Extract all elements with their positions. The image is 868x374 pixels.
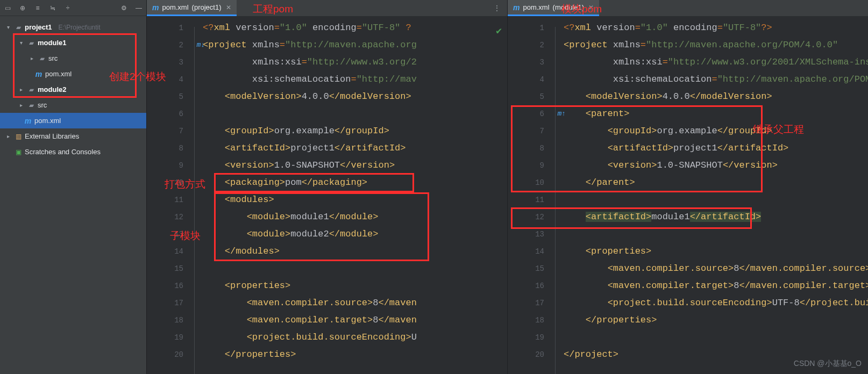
gutter: 123456m↑7891011121314151617181920 [508,16,551,374]
project-path: E:\Project\untit [54,24,101,31]
tab-file: pom.xml [162,3,188,11]
chevron-right-icon[interactable]: ▸ [17,87,25,92]
divider-icon[interactable]: ÷ [63,4,72,12]
chevron-right-icon[interactable]: ▸ [4,133,12,139]
module-icon: ▰ [27,86,35,94]
chevron-right-icon[interactable]: ▸ [28,55,35,61]
tab-pom-module1[interactable]: m pom.xml (module1) ✕ [508,0,599,16]
tree-row-pom-project[interactable]: m pom.xml [0,113,146,128]
maven-icon: m [513,3,520,12]
project-icon: ▰ [14,24,23,31]
gear-icon[interactable]: ⚙ [119,4,128,12]
watermark: CSDN @小基基o_O [794,359,862,369]
chevron-down-icon[interactable]: ▾ [17,40,25,46]
maven-icon: m [152,3,159,12]
tab-pom-project1[interactable]: m pom.xml (project1) ✕ [147,0,237,16]
select-icon[interactable]: ⊕ [18,4,27,12]
tab-context: (module1) [553,3,585,11]
tree-row-ext-libs[interactable]: ▸ ▥ External Libraries [0,128,146,144]
editor-left: m pom.xml (project1) ✕ ⋮ ✔ 12m↓345678910… [147,0,508,374]
tabbar-left: m pom.xml (project1) ✕ ⋮ [147,0,507,16]
folder-name: src [38,101,47,109]
inspection-ok-icon: ✔ [496,25,502,37]
fold-rail[interactable] [190,16,203,374]
tree-row-src1[interactable]: ▸ ▰ src [0,51,146,66]
tree-row-module2[interactable]: ▸ ▰ module2 [0,82,146,97]
tree-row-src-project[interactable]: ▸ ▰ src [0,97,146,113]
project-name: project1 [25,23,52,31]
project-tree-pane: ▭ ⊕ ≡ ≒ ÷ ⚙ — ▾ ▰ project1 E:\Project\un… [0,0,147,374]
label: Scratches and Consoles [25,148,101,156]
chevron-down-icon[interactable]: ▾ [4,24,12,30]
maven-icon: m [24,117,32,125]
code-area-left[interactable]: ✔ 12m↓34567891011121314151617181920 <?xm… [147,16,507,374]
folder-icon: ▰ [27,102,35,109]
gutter: 12m↓34567891011121314151617181920 [147,16,190,374]
module-name: module2 [38,85,66,94]
code-body[interactable]: <?xml version="1.0" encoding="UTF-8" ?<p… [203,16,507,374]
collapse-icon[interactable]: ≒ [48,4,57,12]
tabbar-right: m pom.xml (module1) ✕ [508,0,868,16]
expand-icon[interactable]: ≡ [33,4,42,12]
libraries-icon: ▥ [14,133,23,140]
tree-row-project[interactable]: ▾ ▰ project1 E:\Project\untit [0,19,146,35]
tab-file: pom.xml [523,3,549,11]
maven-icon: m [34,70,43,78]
folder-icon: ▰ [38,55,46,62]
tab-context: (project1) [192,3,222,11]
code-body[interactable]: <?xml version="1.0" encoding="UTF-8"?><p… [564,16,868,374]
close-icon[interactable]: ✕ [225,4,231,11]
close-icon[interactable]: ✕ [587,4,594,11]
chevron-right-icon[interactable]: ▸ [17,102,25,108]
folder-name: src [48,54,58,62]
display-icon[interactable]: ▭ [3,4,12,12]
tree-row-pom-module1[interactable]: m pom.xml [0,66,146,82]
tree-row-module1[interactable]: ▾ ▰ module1 [0,35,146,51]
fold-rail[interactable] [551,16,564,374]
tree-row-scratches[interactable]: ▣ Scratches and Consoles [0,144,146,160]
file-name: pom.xml [34,117,61,125]
module-icon: ▰ [27,39,35,47]
editor-right: m pom.xml (module1) ✕ 123456m↑7891011121… [508,0,868,374]
editor-split: m pom.xml (project1) ✕ ⋮ ✔ 12m↓345678910… [147,0,868,374]
module-name: module1 [38,39,66,47]
tree-toolbar: ▭ ⊕ ≡ ≒ ÷ ⚙ — [0,0,146,16]
hide-icon[interactable]: — [134,4,143,12]
file-name: pom.xml [45,70,72,78]
code-area-right[interactable]: 123456m↑7891011121314151617181920 <?xml … [508,16,868,374]
tab-overflow-icon[interactable]: ⋮ [487,0,507,16]
tree-body: ▾ ▰ project1 E:\Project\untit ▾ ▰ module… [0,16,146,374]
label: External Libraries [25,132,79,140]
scratches-icon: ▣ [14,148,23,156]
